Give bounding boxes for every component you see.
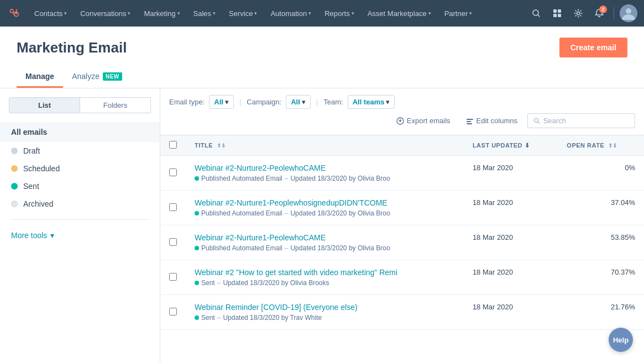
sort-arrow-last-updated: ⬇	[525, 142, 530, 149]
search-icon	[533, 117, 540, 124]
edit-columns-button[interactable]: Edit columns	[460, 114, 523, 128]
email-title-link-3[interactable]: Webinar #2 "How to get started with vide…	[195, 268, 455, 277]
main-content: List Folders All emails Draft Scheduled …	[0, 88, 644, 363]
nav-automation[interactable]: Automation ▾	[265, 3, 317, 23]
row-checkbox-cell-1[interactable]	[160, 191, 186, 225]
svg-line-2	[538, 15, 540, 17]
chevron-down-icon: ▾	[302, 98, 306, 106]
table-row: Webinar #2-Nurture1-PeolewhoCAME Publish…	[160, 225, 644, 260]
last-updated-cell-0: 18 Mar 2020	[464, 156, 558, 191]
nav-marketing[interactable]: Marketing ▾	[138, 3, 185, 23]
search-box[interactable]	[527, 113, 635, 128]
row-checkbox-cell-3[interactable]	[160, 260, 186, 295]
filter-separator-2: |	[316, 98, 318, 106]
email-type-filter[interactable]: All ▾	[209, 95, 234, 109]
open-rate-column-header[interactable]: OPEN RATE ⬆⬇	[558, 135, 644, 156]
campaign-filter[interactable]: All ▾	[286, 95, 311, 109]
sidebar-item-scheduled[interactable]: Scheduled	[0, 160, 160, 177]
campaign-label: Campaign:	[247, 98, 281, 106]
notification-badge: 2	[599, 6, 607, 13]
team-filter[interactable]: All teams ▾	[348, 95, 395, 109]
folders-view-button[interactable]: Folders	[80, 97, 151, 113]
email-meta-text-3: Updated 18/3/2020 by Olivia Brooks	[223, 279, 329, 287]
status-dot-4	[195, 315, 199, 320]
create-email-button[interactable]: Create email	[559, 38, 627, 57]
status-dot-2	[195, 246, 199, 250]
last-updated-cell-2: 18 Mar 2020	[464, 225, 558, 260]
new-badge: NEW	[103, 72, 122, 81]
chevron-down-icon: ▾	[177, 10, 180, 16]
email-title-link-1[interactable]: Webinar #2-Nurture1-PeoplewhosignedupDID…	[195, 198, 455, 207]
row-checkbox-cell-4[interactable]	[160, 295, 186, 330]
search-input[interactable]	[543, 117, 629, 125]
marketplace-icon-btn[interactable]	[548, 4, 566, 22]
email-title-cell-0: Webinar #2-Nurture2-PeolewhoCAME Publish…	[186, 156, 464, 191]
nav-partner[interactable]: Partner ▾	[439, 3, 478, 23]
nav-sales[interactable]: Sales ▾	[188, 3, 222, 23]
svg-rect-5	[553, 14, 557, 17]
notifications-icon-btn[interactable]: 2	[590, 4, 608, 22]
filter-separator-1: |	[239, 98, 241, 106]
more-tools-button[interactable]: More tools ▾	[0, 227, 160, 244]
chevron-down-icon: ▾	[50, 231, 54, 240]
nav-contacts[interactable]: Contacts ▾	[29, 3, 72, 23]
sent-dot	[11, 183, 18, 190]
email-title-link-4[interactable]: Webinar Reminder [COVID-19] (Everyone el…	[195, 303, 455, 312]
sidebar-item-draft[interactable]: Draft	[0, 142, 160, 160]
meta-sep-2: –	[285, 244, 289, 252]
page-tabs: Manage Analyze NEW	[17, 66, 627, 88]
tab-manage[interactable]: Manage	[17, 66, 63, 88]
email-meta-text-2: Updated 18/3/2020 by Olivia Broo	[290, 244, 390, 252]
archived-dot	[11, 201, 18, 207]
email-meta-4: Sent – Updated 18/3/2020 by Trav White	[195, 314, 455, 322]
scheduled-dot	[11, 165, 18, 172]
email-meta-text-0: Updated 18/3/2020 by Olivia Broo	[290, 175, 390, 182]
page-title: Marketing Email	[17, 39, 127, 56]
help-button[interactable]: Help	[609, 328, 633, 352]
nav-asset-marketplace[interactable]: Asset Marketplace ▾	[362, 3, 437, 23]
open-rate-cell-1: 37.04%	[558, 191, 644, 225]
row-checkbox-1[interactable]	[169, 203, 177, 211]
last-updated-column-header[interactable]: LAST UPDATED ⬇	[464, 135, 558, 156]
table-row: Webinar #2-Nurture1-PeoplewhosignedupDID…	[160, 191, 644, 225]
title-column-header[interactable]: TITLE ⬆⬇	[186, 135, 464, 156]
row-checkbox-4[interactable]	[169, 308, 177, 315]
export-emails-button[interactable]: Export emails	[391, 114, 456, 128]
sidebar-all-emails[interactable]: All emails	[0, 122, 160, 142]
page-header-top: Marketing Email Create email	[17, 38, 627, 57]
top-navigation: Contacts ▾ Conversations ▾ Marketing ▾ S…	[0, 0, 644, 27]
email-status-0: Published Automated Email	[201, 175, 282, 182]
row-checkbox-cell-2[interactable]	[160, 225, 186, 260]
row-checkbox-2[interactable]	[169, 238, 177, 246]
list-view-button[interactable]: List	[9, 97, 80, 113]
status-dot-3	[195, 281, 199, 285]
open-rate-cell-4: 21.76%	[558, 295, 644, 330]
email-title-cell-3: Webinar #2 "How to get started with vide…	[186, 260, 464, 295]
user-avatar-button[interactable]	[620, 4, 637, 22]
divider	[614, 7, 614, 20]
sidebar-item-archived[interactable]: Archived	[0, 195, 160, 213]
row-checkbox-0[interactable]	[169, 169, 177, 176]
sidebar-item-sent[interactable]: Sent	[0, 177, 160, 195]
select-all-checkbox-cell[interactable]	[160, 135, 186, 156]
meta-sep-3: –	[217, 279, 221, 287]
row-checkbox-cell-0[interactable]	[160, 156, 186, 191]
nav-service[interactable]: Service ▾	[223, 3, 263, 23]
email-title-link-0[interactable]: Webinar #2-Nurture2-PeolewhoCAME	[195, 164, 455, 172]
search-button[interactable]	[527, 4, 545, 22]
email-type-label: Email type:	[169, 98, 205, 106]
filters-right: Export emails Edit columns	[391, 113, 635, 128]
email-status-1: Published Automated Email	[201, 209, 282, 217]
email-title-link-2[interactable]: Webinar #2-Nurture1-PeolewhoCAME	[195, 233, 455, 242]
row-checkbox-3[interactable]	[169, 273, 177, 281]
sort-arrows-open-rate: ⬆⬇	[608, 143, 617, 149]
table-row: Webinar Reminder [COVID-19] (Everyone el…	[160, 295, 644, 330]
tab-analyze[interactable]: Analyze NEW	[63, 66, 131, 88]
chevron-down-icon: ▾	[469, 10, 472, 16]
nav-reports[interactable]: Reports ▾	[319, 3, 360, 23]
nav-conversations[interactable]: Conversations ▾	[75, 3, 136, 23]
table-row: Webinar #2 "How to get started with vide…	[160, 260, 644, 295]
hubspot-logo[interactable]	[7, 6, 22, 21]
select-all-checkbox[interactable]	[169, 141, 177, 149]
settings-icon-btn[interactable]	[569, 4, 587, 22]
